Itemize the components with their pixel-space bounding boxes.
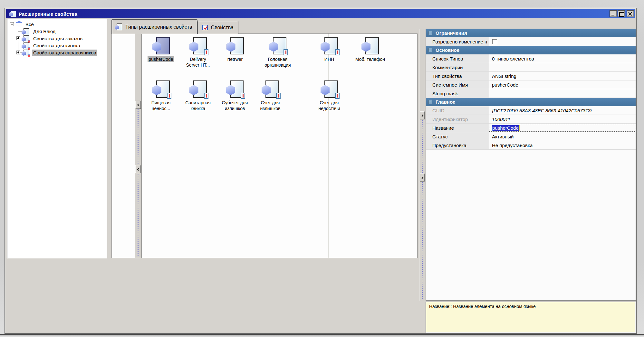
type-label: Моб. телефон	[354, 56, 386, 62]
collapse-box-icon[interactable]	[10, 22, 14, 26]
type-label: книжка	[190, 106, 206, 111]
collapse-left-button[interactable]	[135, 165, 141, 173]
section-header-restrictions[interactable]: Ограничения	[426, 29, 636, 37]
type-doc-icon	[193, 37, 207, 54]
splitter-dots	[138, 109, 139, 165]
collapse-right-button[interactable]	[420, 173, 425, 182]
exclamation-badge	[284, 49, 288, 55]
property-group-icon	[24, 35, 29, 42]
type-label: pusherCode	[148, 56, 174, 62]
type-item-account-surplus[interactable]: Счет дляизлишков	[254, 80, 286, 111]
type-doc-icon	[365, 37, 379, 54]
tree-item-directories[interactable]: Свойства для справочников	[7, 49, 107, 56]
category-tree-panel: Все Для Блюд Свойства для заказов Свойст…	[7, 19, 107, 258]
property-label: Системное Имя	[426, 80, 489, 89]
property-value[interactable]: ANSI string	[489, 72, 636, 80]
property-value[interactable]: Не предустановка	[489, 141, 636, 149]
type-doc-icon	[324, 37, 338, 54]
property-grid: Ограничения Разрешено изменение п Основн…	[426, 29, 636, 301]
cube-page-icon	[117, 23, 122, 30]
collapse-minus-icon[interactable]	[428, 100, 432, 104]
type-label: недостачи	[317, 106, 341, 111]
exclamation-badge	[335, 93, 340, 99]
type-icon-list[interactable]: pusherCode DeliveryServer HT... rtetrwer…	[111, 33, 418, 258]
cube-icon	[226, 85, 235, 95]
type-item-pushercode[interactable]: pusherCode	[146, 37, 176, 62]
property-row-preset: Предустановка Не предустановка	[426, 141, 636, 150]
section-title: Ограничения	[436, 30, 467, 36]
name-editor-field[interactable]: pusherCode	[489, 124, 635, 132]
property-row-name: Название pusherCode	[426, 124, 636, 132]
maximize-button[interactable]	[618, 10, 625, 17]
property-label: Название	[426, 124, 489, 132]
type-doc-icon	[324, 80, 338, 98]
hint-panel: Название:: Название элемента на основном…	[426, 302, 636, 333]
window-title: Расширенные свойства	[19, 11, 77, 17]
tab-extended-property-types[interactable]: Типы расширенных свойств	[111, 19, 197, 34]
property-row-system-name: Системное Имя pusherCode	[426, 80, 636, 89]
cube-icon	[22, 51, 26, 56]
tree-item-all[interactable]: Все	[7, 21, 107, 28]
property-row-comment: Комментарий	[426, 63, 636, 72]
section-header-general[interactable]: Главное	[426, 98, 636, 106]
type-label: Счет для	[260, 100, 281, 106]
window-titlebar[interactable]: Расширенные свойства	[6, 9, 635, 18]
splitter-dots	[422, 182, 423, 299]
type-item-nutrition-value[interactable]: Пищеваяценнос...	[146, 80, 176, 111]
type-item-mobile-phone[interactable]: Моб. телефон	[349, 37, 391, 62]
type-label: Пищевая	[150, 100, 172, 106]
tree-item-kiosk[interactable]: Свойства для киоска	[7, 42, 107, 49]
minimize-button[interactable]	[610, 10, 617, 17]
chevron-right-icon	[420, 114, 423, 117]
type-item-delivery-server[interactable]: DeliveryServer HT...	[179, 37, 216, 68]
property-value[interactable]	[489, 63, 636, 71]
collapse-minus-icon[interactable]	[428, 48, 432, 52]
property-label: String mask	[426, 89, 489, 98]
cube-icon	[226, 42, 235, 52]
section-title: Главное	[436, 99, 455, 105]
property-value[interactable]	[489, 89, 636, 98]
property-label: GUID	[426, 106, 489, 115]
type-label: Субсчет для	[221, 100, 249, 106]
text-caret	[519, 125, 520, 131]
expand-box-icon[interactable]	[16, 36, 20, 40]
type-item-head-organization[interactable]: Головнаяорганизация	[257, 37, 299, 68]
exclamation-badge	[204, 93, 208, 99]
type-label: rtetrwer	[226, 56, 244, 62]
checkbox-unchecked-icon[interactable]	[492, 39, 497, 44]
type-label: Санитарная	[184, 100, 212, 106]
property-value[interactable]: Активный	[489, 132, 636, 141]
type-label: организация	[264, 62, 292, 68]
type-label: Delivery	[189, 56, 207, 62]
tab-bar: Типы расширенных свойств Свойства	[111, 19, 238, 34]
section-header-main[interactable]: Основное	[426, 46, 636, 54]
screen-bottom-edge	[0, 334, 644, 335]
property-value[interactable]	[489, 37, 636, 46]
exclamation-badge	[276, 93, 281, 99]
property-label: Комментарий	[426, 63, 489, 71]
close-button[interactable]	[627, 10, 634, 17]
type-item-sanitary-book[interactable]: Санитарнаякнижка	[179, 80, 216, 111]
property-row-identifier: Идентификатор 1000011	[426, 115, 636, 124]
type-doc-icon	[265, 80, 279, 98]
type-item-subaccount-surplus[interactable]: Субсчет дляизлишков	[219, 80, 251, 111]
property-row-status: Статус Активный	[426, 132, 636, 141]
property-value[interactable]: pusherCode	[489, 80, 636, 89]
left-splitter[interactable]	[135, 33, 142, 258]
collapse-right-button[interactable]	[420, 111, 425, 119]
cube-icon	[22, 37, 26, 42]
property-value[interactable]: 0 типов элементов	[489, 54, 636, 63]
expand-box-icon[interactable]	[16, 51, 20, 54]
tree-item-orders[interactable]: Свойства для заказов	[7, 35, 107, 42]
chevron-left-icon	[137, 168, 139, 170]
tab-properties[interactable]: Свойства	[197, 21, 238, 34]
tree-item-dishes[interactable]: Для Блюд	[7, 28, 107, 35]
property-label: Разрешено изменение п	[426, 37, 489, 46]
collapse-left-button[interactable]	[135, 101, 141, 109]
right-splitter[interactable]	[419, 29, 425, 301]
red-dot-badge	[28, 54, 30, 57]
collapse-minus-icon[interactable]	[428, 31, 432, 35]
type-item-rtetrwer[interactable]: rtetrwer	[220, 37, 250, 62]
type-item-inn[interactable]: ИНН	[315, 37, 344, 62]
type-item-account-shortage[interactable]: Счет длянедостачи	[312, 80, 347, 111]
